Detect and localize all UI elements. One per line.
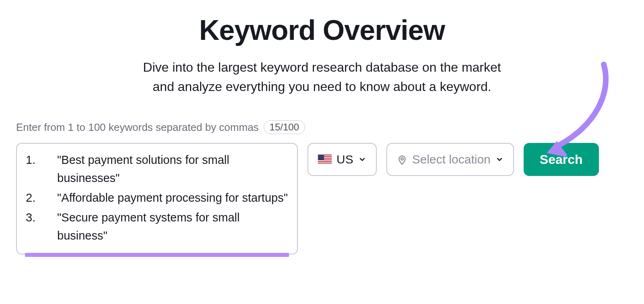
chevron-down-icon <box>495 155 504 163</box>
country-label: US <box>336 153 353 166</box>
location-pin-icon <box>397 154 407 165</box>
us-flag-icon <box>318 155 332 164</box>
keyword-item: "Affordable payment processing for start… <box>26 189 288 207</box>
helper-text: Enter from 1 to 100 keywords separated b… <box>16 121 259 134</box>
keyword-counter: 15/100 <box>264 120 305 134</box>
helper-row: Enter from 1 to 100 keywords separated b… <box>16 120 628 134</box>
page-title: Keyword Overview <box>16 14 628 46</box>
page-subheading: Dive into the largest keyword research d… <box>16 58 628 96</box>
subheading-line-1: Dive into the largest keyword research d… <box>143 60 501 74</box>
location-dropdown[interactable]: Select location <box>386 143 514 176</box>
subheading-line-2: and analyze everything you need to know … <box>153 79 491 94</box>
svg-point-0 <box>401 158 403 160</box>
country-dropdown[interactable]: US <box>308 143 377 176</box>
search-button[interactable]: Search <box>524 143 599 176</box>
highlight-underline <box>25 253 289 257</box>
keyword-item: "Best payment solutions for small busine… <box>26 151 288 187</box>
form-row: "Best payment solutions for small busine… <box>16 143 628 254</box>
location-placeholder: Select location <box>412 153 491 166</box>
chevron-down-icon <box>358 155 366 163</box>
keyword-item: "Secure payment systems for small busine… <box>26 209 288 245</box>
keyword-input[interactable]: "Best payment solutions for small busine… <box>16 143 298 254</box>
keyword-list: "Best payment solutions for small busine… <box>26 151 288 245</box>
